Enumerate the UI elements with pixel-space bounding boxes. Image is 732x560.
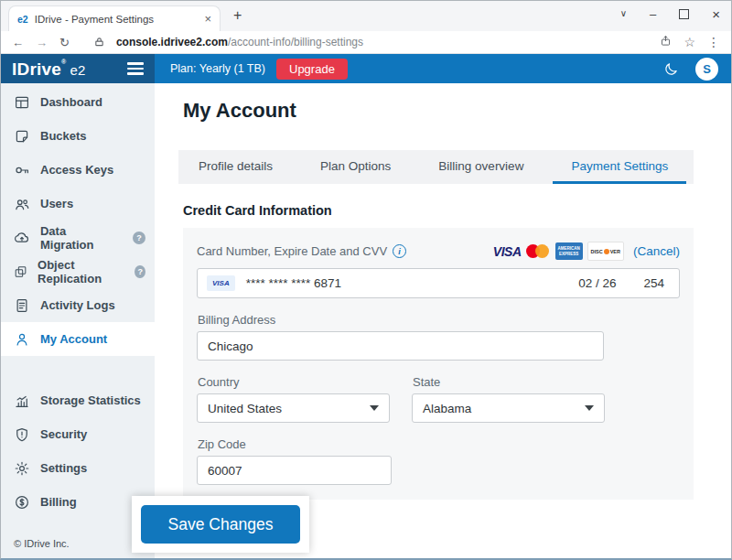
browser-tab[interactable]: e2 IDrive - Payment Settings × [8, 5, 221, 31]
zip-code-label: Zip Code [198, 437, 680, 451]
forward-icon[interactable]: → [36, 36, 48, 49]
app-header-right: Plan: Yearly (1 TB) Upgrade S [155, 54, 731, 83]
bookmark-star-icon[interactable]: ☆ [684, 35, 695, 49]
cancel-link[interactable]: (Cancel) [633, 244, 680, 258]
dashboard-icon [14, 94, 30, 111]
sidebar-gap [1, 356, 155, 383]
visa-logo-icon: VISA [493, 244, 522, 259]
sidebar-item-settings[interactable]: Settings [1, 451, 155, 485]
address-input[interactable]: console.idrivee2.com/account-info/billin… [116, 36, 649, 48]
logo-e2: e2 [70, 62, 85, 78]
expiry-value[interactable]: 02 / 26 [578, 276, 616, 290]
replication-icon [14, 264, 27, 280]
amex-logo-icon: AMERICAN EXPRESS [555, 242, 583, 260]
upgrade-button[interactable]: Upgrade [276, 59, 348, 80]
browser-window: e2 IDrive - Payment Settings × + ∨ – × ←… [0, 0, 732, 560]
tab-close-icon[interactable]: × [204, 13, 211, 25]
sidebar-item-users[interactable]: Users [1, 187, 155, 221]
country-label: Country [198, 375, 390, 389]
sidebar-item-storage-statistics[interactable]: Storage Statistics [1, 383, 155, 417]
sidebar-item-access-keys[interactable]: Access Keys [1, 153, 155, 187]
masked-card-number[interactable]: **** **** **** 6871 [246, 276, 341, 290]
zip-code-input[interactable] [197, 456, 392, 485]
url-host: console.idrivee2.com [116, 36, 228, 48]
billing-address-label: Billing Address [198, 313, 680, 327]
minimize-button[interactable]: – [650, 8, 656, 20]
app-header: IDrive®e2 Plan: Yearly (1 TB) Upgrade S [1, 54, 731, 83]
card-header-row: Card Number, Expire Date and CVV i VISA … [197, 242, 680, 261]
logs-icon [14, 297, 30, 314]
tab-payment-settings[interactable]: Payment Settings [553, 150, 686, 184]
sidebar-item-activity-logs[interactable]: Activity Logs [1, 288, 155, 322]
statistics-icon [14, 393, 30, 409]
back-icon[interactable]: ← [12, 36, 24, 49]
info-icon[interactable]: i [393, 244, 406, 258]
sidebar-item-security[interactable]: Security [1, 417, 155, 451]
url-bar: ← → ↻ console.idrivee2.com/account-info/… [1, 31, 731, 54]
page-title: My Account [183, 99, 731, 123]
help-badge-icon[interactable]: ? [133, 232, 145, 244]
shield-icon [14, 426, 30, 443]
discover-dot-icon [604, 249, 609, 254]
gear-icon [14, 460, 30, 477]
idrive-logo: IDrive®e2 [12, 60, 85, 78]
app-logo-area: IDrive®e2 [1, 54, 155, 83]
maximize-button[interactable] [679, 9, 689, 19]
browser-kebab-menu-icon[interactable]: ⋮ [707, 35, 720, 49]
users-icon [14, 196, 30, 212]
sidebar-item-data-migration[interactable]: Data Migration ? [1, 221, 155, 254]
cloud-migration-icon [14, 230, 30, 246]
card-brand-icons: VISA AMERICAN EXPRESS DISCVER [493, 242, 624, 261]
state-select[interactable]: Alabama [412, 393, 605, 423]
padlock-icon [94, 37, 104, 48]
tab-plan-options[interactable]: Plan Options [302, 150, 409, 184]
tab-billing-overview[interactable]: Billing overview [420, 150, 542, 184]
discover-logo-icon: DISCVER [587, 242, 624, 261]
section-title: Credit Card Information [183, 203, 731, 218]
cvv-value[interactable]: 254 [643, 276, 664, 290]
browser-menu-chevron-icon[interactable]: ∨ [620, 9, 627, 18]
state-column: State Alabama [412, 361, 605, 423]
dark-mode-moon-icon[interactable] [663, 61, 679, 77]
bucket-icon [14, 128, 30, 145]
plan-label: Plan: Yearly (1 TB) [170, 62, 265, 75]
visa-badge: VISA [207, 275, 235, 291]
card-field-label: Card Number, Expire Date and CVV [197, 244, 387, 258]
help-badge-icon[interactable]: ? [135, 265, 145, 278]
country-select[interactable]: United States [197, 393, 390, 423]
sidebar-item-buckets[interactable]: Buckets [1, 119, 155, 153]
tab-title: IDrive - Payment Settings [35, 14, 199, 25]
copyright-footer: © IDrive Inc. [14, 538, 70, 549]
save-changes-button[interactable]: Save Changes [141, 505, 300, 544]
sidebar: Dashboard Buckets Access Keys Users Data… [1, 83, 155, 558]
account-tabs: Profile details Plan Options Billing ove… [178, 150, 694, 184]
reload-icon[interactable]: ↻ [59, 36, 70, 49]
chevron-down-icon [585, 405, 594, 411]
close-window-button[interactable]: × [712, 7, 720, 21]
credit-card-panel: Card Number, Expire Date and CVV i VISA … [183, 228, 694, 500]
state-label: State [413, 375, 605, 389]
new-tab-button[interactable]: + [233, 7, 242, 24]
avatar[interactable]: S [695, 58, 718, 81]
key-icon [14, 162, 30, 178]
tab-profile-details[interactable]: Profile details [180, 150, 291, 184]
sidebar-item-my-account[interactable]: My Account [1, 322, 155, 356]
sidebar-item-dashboard[interactable]: Dashboard [1, 85, 155, 119]
hamburger-menu-icon[interactable] [127, 62, 144, 75]
country-column: Country United States [197, 361, 390, 423]
card-number-field[interactable]: VISA **** **** **** 6871 02 / 26 254 [197, 268, 680, 298]
person-icon [14, 331, 30, 348]
country-state-row: Country United States State Alabama [197, 361, 680, 423]
sidebar-item-object-replication[interactable]: Object Replication ? [1, 254, 155, 288]
window-controls: ∨ – × [620, 4, 720, 24]
window-titlebar: e2 IDrive - Payment Settings × + ∨ – × [1, 1, 731, 31]
tab-favicon-icon: e2 [17, 14, 28, 25]
share-icon[interactable] [660, 35, 672, 49]
dollar-icon [14, 494, 30, 511]
main-content: My Account Profile details Plan Options … [155, 83, 731, 558]
chevron-down-icon [370, 405, 379, 411]
mastercard-logo-icon [526, 242, 551, 260]
url-path: /account-info/billing-settings [228, 36, 363, 48]
registered-mark: ® [61, 59, 66, 65]
billing-address-input[interactable] [197, 331, 604, 361]
